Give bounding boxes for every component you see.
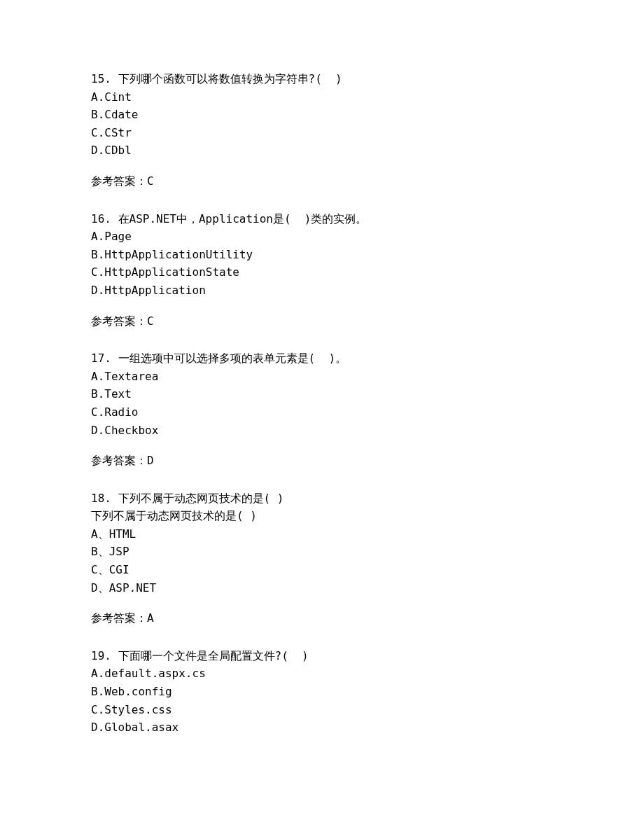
option-c: C.CStr [91,124,553,142]
answer-label: 参考答案： [91,314,147,328]
question-body: 下列不属于动态网页技术的是( ) [118,492,284,505]
question-number: 15. [91,72,111,85]
question-extra-line: 下列不属于动态网页技术的是( ) [91,507,553,525]
option-c: C、CGI [91,561,553,579]
question-body: 在ASP.NET中，Application是( )类的实例。 [118,212,368,225]
option-a: A.Textarea [91,368,553,386]
question-body: 下列哪个函数可以将数值转换为字符串?( ) [118,72,342,85]
question-stem: 19. 下面哪一个文件是全局配置文件?( ) [91,647,553,665]
question-number: 19. [91,649,111,662]
answer-value: D [147,454,154,467]
option-b: B.Cdate [91,106,553,124]
option-b: B.HttpApplicationUtility [91,246,553,264]
question-number: 17. [91,352,111,365]
option-a: A.default.aspx.cs [91,665,553,683]
option-b: B.Web.config [91,683,553,701]
option-d: D、ASP.NET [91,579,553,597]
option-c: C.Styles.css [91,701,553,719]
question-body: 下面哪一个文件是全局配置文件?( ) [118,649,309,662]
option-d: D.HttpApplication [91,282,553,300]
option-c: C.Radio [91,403,553,422]
answer-line: 参考答案：C [91,312,553,331]
option-b: B.Text [91,385,553,403]
option-d: D.CDbl [91,141,553,160]
question-number: 16. [91,212,111,225]
answer-value: A [147,611,154,625]
answer-label: 参考答案： [91,454,147,467]
option-a: A、HTML [91,525,553,543]
option-b: B、JSP [91,543,553,561]
question-15: 15. 下列哪个函数可以将数值转换为字符串?( ) A.Cint B.Cdate… [91,70,553,190]
answer-value: C [147,314,154,328]
question-18: 18. 下列不属于动态网页技术的是( ) 下列不属于动态网页技术的是( ) A、… [91,489,553,627]
option-a: A.Cint [91,88,553,106]
answer-line: 参考答案：D [91,452,553,470]
answer-line: 参考答案：A [91,609,553,627]
option-d: D.Global.asax [91,718,553,737]
answer-line: 参考答案：C [91,172,553,190]
option-a: A.Page [91,228,553,246]
question-stem: 15. 下列哪个函数可以将数值转换为字符串?( ) [91,70,553,88]
question-19: 19. 下面哪一个文件是全局配置文件?( ) A.default.aspx.cs… [91,647,553,737]
question-stem: 16. 在ASP.NET中，Application是( )类的实例。 [91,210,553,228]
question-stem: 17. 一组选项中可以选择多项的表单元素是( )。 [91,349,553,368]
question-number: 18. [91,492,111,505]
option-c: C.HttpApplicationState [91,263,553,282]
question-body: 一组选项中可以选择多项的表单元素是( )。 [118,352,347,365]
option-d: D.Checkbox [91,422,553,440]
answer-label: 参考答案： [91,611,147,625]
answer-label: 参考答案： [91,174,147,188]
answer-value: C [147,174,154,188]
question-17: 17. 一组选项中可以选择多项的表单元素是( )。 A.Textarea B.T… [91,349,553,470]
question-stem: 18. 下列不属于动态网页技术的是( ) [91,489,553,508]
question-16: 16. 在ASP.NET中，Application是( )类的实例。 A.Pag… [91,210,553,331]
